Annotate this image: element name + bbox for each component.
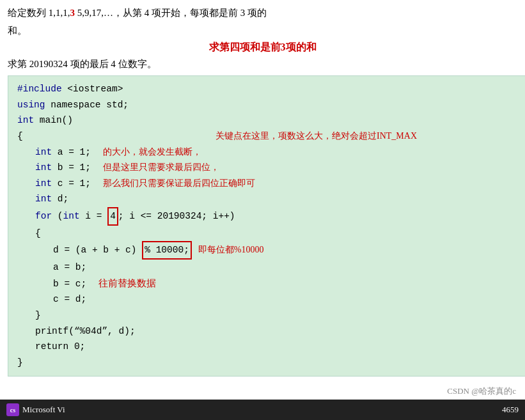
annotation-3: 但是这里只需要求最后四位，: [103, 160, 219, 175]
int-keyword-c: int: [35, 176, 52, 192]
d-rest: d;: [52, 191, 68, 207]
da-assign: d = (a + b + c): [53, 242, 142, 258]
code-line-a: int a = 1; 的大小，就会发生截断，: [35, 144, 522, 160]
printf-call: printf(“%04d”, d);: [35, 323, 136, 339]
problem-line1a: 给定数列 1,1,1,: [8, 8, 70, 18]
using-rest: namespace std;: [45, 97, 129, 113]
code-line-brace3: }: [35, 307, 522, 323]
mod-box: % 10000;: [142, 241, 192, 260]
for-paren1: (: [52, 208, 63, 224]
problem-line2: 和。: [8, 23, 517, 38]
msvc-badge: cs Microsoft Vi: [6, 403, 65, 416]
code-line-b: int b = 1; 但是这里只需要求最后四位，: [35, 160, 522, 176]
for-i: i =: [80, 208, 108, 224]
b-rest: b = 1;: [52, 160, 97, 176]
code-line-brace1: { 关键点在这里，项数这么大，绝对会超过INT_MAX: [17, 128, 522, 144]
csdn-label: CSDN @哈茶真的c: [447, 385, 516, 397]
brace-for-open: {: [35, 226, 41, 242]
problem-highlight: 3: [70, 8, 75, 18]
brace-main-close: }: [17, 355, 23, 371]
return-stmt: return 0;: [35, 339, 85, 355]
code-line-include: #include <iostream>: [17, 81, 522, 97]
annotation-2: 的大小，就会发生截断，: [103, 144, 201, 160]
int-keyword-d: int: [35, 191, 52, 207]
code-line-return: return 0;: [35, 339, 522, 355]
int-keyword-main: int: [17, 113, 34, 128]
annotation-swap: 往前替换数据: [98, 276, 156, 292]
msvc-icon: cs: [6, 403, 19, 416]
code-line-for: for ( int i = 4 ; i <= 20190324; i++): [35, 207, 522, 226]
a2-assign: a = b;: [53, 260, 86, 276]
int-keyword-a: int: [35, 144, 52, 160]
include-keyword: #include: [17, 81, 62, 97]
c-rest: c = 1;: [52, 176, 97, 192]
annotation-center: 求第四项和是前3项的和: [8, 41, 517, 54]
brace-open: {: [17, 128, 23, 144]
include-header: <iostream>: [62, 81, 123, 97]
msvc-text: Microsoft Vi: [22, 405, 65, 415]
code-line-brace4: }: [17, 355, 522, 371]
problem-line1b: 5,9,17,…，从第 4 项开始，每项都是前 3 项的: [75, 8, 267, 18]
bottom-bar: cs Microsoft Vi 4659: [0, 400, 525, 420]
annotation-mod: 即每位都%10000: [198, 242, 264, 258]
code-line-d: int d;: [35, 191, 522, 207]
int-keyword-b: int: [35, 160, 52, 176]
int-keyword-for: int: [63, 208, 80, 224]
c2-assign: c = d;: [53, 292, 86, 307]
for-rest: ; i <= 20190324; i++): [118, 208, 235, 224]
using-keyword: using: [17, 97, 45, 113]
code-line-using: using namespace std;: [17, 97, 522, 113]
bottom-number: 4659: [502, 405, 519, 415]
main-rest: main(): [34, 113, 73, 128]
code-line-b2: b = c; 往前替换数据: [53, 276, 522, 292]
page-container: 给定数列 1,1,1,3 5,9,17,…，从第 4 项开始，每项都是前 3 项…: [0, 0, 525, 420]
code-line-c2: c = d;: [53, 292, 522, 307]
code-line-da: d = (a + b + c) % 10000; 即每位都%10000: [53, 241, 522, 260]
code-block: #include <iostream> using namespace std;…: [8, 75, 525, 377]
code-line-printf: printf(“%04d”, d);: [35, 323, 522, 339]
code-line-a2: a = b;: [53, 260, 522, 276]
code-line-c: int c = 1; 那么我们只需要保证最后四位正确即可: [35, 176, 522, 192]
for-start-box: 4: [107, 207, 118, 226]
for-keyword: for: [35, 208, 52, 224]
code-line-main: int main(): [17, 113, 522, 128]
b2-assign: b = c;: [53, 276, 92, 292]
problem-second: 求第 20190324 项的最后 4 位数字。: [8, 58, 517, 70]
annotation-4: 那么我们只需要保证最后四位正确即可: [103, 176, 255, 191]
annotation-1: 关键点在这里，项数这么大，绝对会超过INT_MAX: [215, 128, 417, 144]
code-line-brace2: {: [35, 226, 522, 242]
brace-for-close: }: [35, 307, 41, 323]
a-rest: a = 1;: [52, 144, 97, 160]
problem-text: 给定数列 1,1,1,3 5,9,17,…，从第 4 项开始，每项都是前 3 项…: [8, 5, 517, 20]
